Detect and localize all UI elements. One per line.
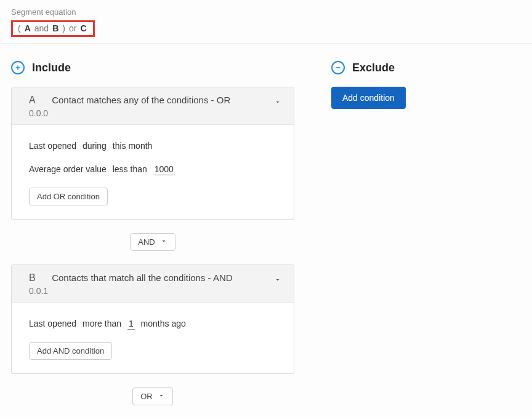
connector-label: AND	[138, 237, 155, 247]
equation-letter-b: B	[52, 23, 58, 33]
equation-lparen: (	[18, 23, 21, 33]
connector-and-dropdown[interactable]: AND	[130, 233, 175, 251]
condition-field: Last opened	[29, 141, 76, 151]
chevron-down-icon	[160, 237, 167, 247]
group-a-version: 0.0.0	[29, 108, 276, 118]
condition-field: Last opened	[29, 319, 76, 328]
group-b-match-text: Contacts that match all the conditions -…	[52, 272, 232, 283]
equation-and: and	[34, 23, 49, 33]
group-a-match-text: Contact matches any of the conditions - …	[52, 95, 230, 105]
condition-operator: less than	[113, 164, 147, 174]
exclude-column: Exclude Add condition	[331, 61, 504, 417]
condition-suffix: months ago	[141, 319, 186, 328]
chevron-down-icon[interactable]	[274, 97, 281, 108]
equation-letter-c: C	[80, 23, 86, 33]
include-title-row: Include	[11, 61, 294, 74]
segment-equation-box: ( A and B ) or C	[11, 20, 95, 37]
plus-icon	[11, 61, 25, 74]
add-condition-exclude-button[interactable]: Add condition	[331, 87, 406, 109]
condition-value: 1	[127, 319, 135, 330]
group-a-header[interactable]: A Contact matches any of the conditions …	[12, 87, 294, 125]
add-or-condition-button[interactable]: Add OR condition	[29, 188, 108, 205]
segment-equation-label: Segment equation	[11, 7, 521, 17]
condition-operator: during	[83, 141, 107, 151]
add-and-condition-button[interactable]: Add AND condition	[29, 342, 112, 360]
include-title: Include	[32, 62, 71, 74]
equation-or: or	[69, 23, 76, 33]
group-b-version: 0.0.1	[29, 286, 276, 296]
connector-or-dropdown[interactable]: OR	[132, 387, 173, 405]
equation-rparen: )	[62, 23, 65, 33]
equation-letter-a: A	[25, 23, 31, 33]
condition-row[interactable]: Last opened more than 1 months ago	[29, 319, 276, 328]
minus-icon	[331, 61, 345, 74]
condition-group-b: B Contacts that match all the conditions…	[11, 264, 294, 374]
condition-operator: more than	[83, 319, 121, 328]
group-b-letter: B	[29, 272, 36, 284]
condition-row[interactable]: Last opened during this month	[29, 141, 276, 151]
chevron-down-icon[interactable]	[274, 275, 281, 286]
condition-value: 1000	[153, 164, 175, 175]
group-a-letter: A	[29, 95, 36, 106]
group-b-header[interactable]: B Contacts that match all the conditions…	[12, 265, 294, 303]
condition-value: this month	[113, 141, 153, 151]
connector-label: OR	[140, 392, 153, 401]
condition-field: Average order value	[29, 164, 107, 174]
include-column: Include A Contact matches any of the con…	[11, 61, 294, 417]
condition-row[interactable]: Average order value less than 1000	[29, 164, 276, 174]
condition-group-a: A Contact matches any of the conditions …	[11, 87, 294, 220]
segment-equation-header: Segment equation ( A and B ) or C	[0, 0, 532, 44]
exclude-title-row: Exclude	[331, 61, 504, 74]
exclude-title: Exclude	[352, 62, 395, 74]
chevron-down-icon	[158, 392, 165, 401]
